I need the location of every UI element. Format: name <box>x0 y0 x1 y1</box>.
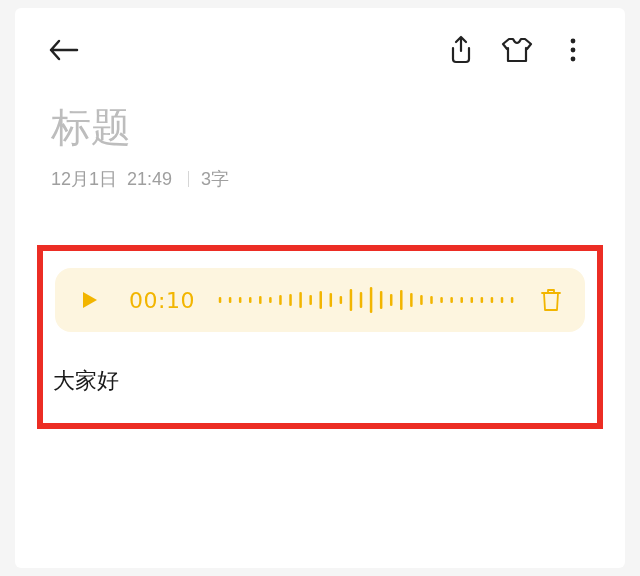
more-button[interactable] <box>549 30 597 70</box>
more-vertical-icon <box>569 37 577 63</box>
audio-clip-card[interactable]: 00:10 <box>55 268 585 332</box>
theme-button[interactable] <box>493 30 541 70</box>
note-editor-page: 标题 12月1日 21:49 3字 00:10 <box>15 8 625 568</box>
trash-icon <box>540 288 562 312</box>
svg-point-2 <box>571 57 576 62</box>
delete-audio-button[interactable] <box>537 286 565 314</box>
play-button[interactable] <box>75 285 105 315</box>
meta-divider <box>188 171 189 187</box>
tshirt-icon <box>501 36 533 64</box>
waveform-icon <box>215 284 517 316</box>
meta-char-count: 3字 <box>201 167 229 191</box>
audio-duration: 00:10 <box>129 288 195 313</box>
back-button[interactable] <box>45 31 83 69</box>
note-body-text[interactable]: 大家好 <box>53 366 119 396</box>
title-placeholder[interactable]: 标题 <box>15 80 625 159</box>
play-icon <box>81 290 99 310</box>
header-bar <box>15 8 625 80</box>
share-button[interactable] <box>437 30 485 70</box>
svg-point-0 <box>571 39 576 44</box>
meta-date: 12月1日 <box>51 167 117 191</box>
svg-point-1 <box>571 48 576 53</box>
note-meta: 12月1日 21:49 3字 <box>15 159 625 191</box>
audio-waveform[interactable] <box>215 284 517 316</box>
back-arrow-icon <box>49 39 79 61</box>
meta-time: 21:49 <box>127 169 172 190</box>
share-icon <box>448 35 474 65</box>
